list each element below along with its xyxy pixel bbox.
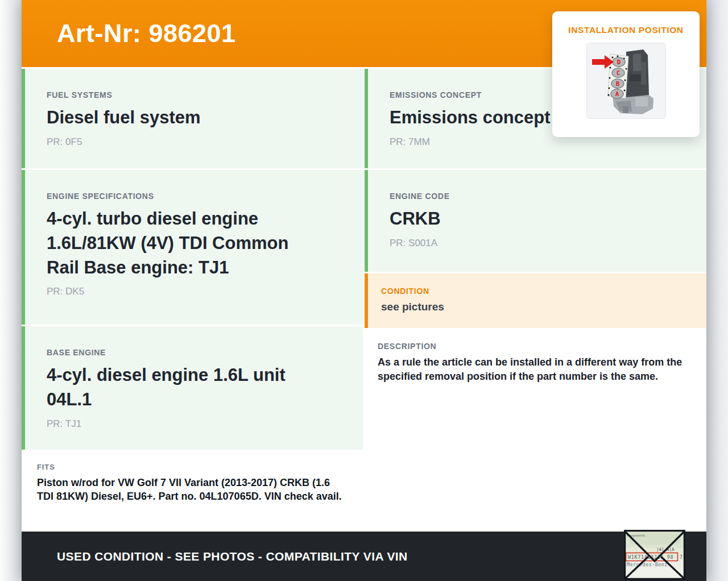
card-base-engine: BASE ENGINE 4-cyl. diesel engine 1.6L un… [22, 326, 363, 450]
footer-banner: USED CONDITION - SEE PHOTOS - COMPATIBIL… [22, 532, 706, 581]
article-number-title: Art-Nr: 986201 [57, 19, 236, 48]
fits-text: Piston w/rod for VW Golf 7 VII Variant (… [37, 476, 349, 504]
engine-specifications-pr-code: PR: DK5 [47, 286, 347, 297]
fits-label: FITS [37, 463, 349, 471]
vin-code-suffix: 7 [680, 554, 682, 560]
engine-specifications-label: ENGINE SPECIFICATIONS [47, 192, 347, 201]
base-engine-pr-code: PR: TJ1 [47, 418, 347, 430]
cylinder-label-c: C [616, 69, 620, 77]
fuel-systems-label: FUEL SYSTEMS [47, 90, 347, 99]
description-section: DESCRIPTION As a rule the article can be… [365, 336, 706, 384]
description-text: As a rule the article can be installed i… [378, 355, 689, 384]
card-engine-code: ENGINE CODE CRKB PR: S001A [365, 170, 706, 272]
description-label: DESCRIPTION [378, 342, 689, 351]
card-engine-specifications: ENGINE SPECIFICATIONS 4-cyl. turbo diese… [22, 170, 363, 325]
vin-plate-image: Fahrgestell-Nr. |4| A|A W1K71463J31 98 7… [624, 530, 685, 580]
engine-image-frame: D C B A [586, 43, 666, 119]
base-engine-label: BASE ENGINE [47, 348, 347, 357]
card-fits: FITS Piston w/rod for VW Golf 7 VII Vari… [22, 451, 363, 532]
installation-position-label: INSTALLATION POSITION [552, 25, 700, 35]
installation-position-card: INSTALLATION POSITION [552, 11, 700, 137]
emissions-concept-pr-code: PR: 7MM [390, 136, 690, 148]
fuel-systems-pr-code: PR: 0F5 [47, 136, 347, 148]
page: Art-Nr: 986201 FUEL SYSTEMS Diesel fuel … [0, 0, 728, 581]
cylinder-label-b: B [615, 80, 619, 88]
engine-image: D C B A [591, 45, 661, 117]
base-engine-value: 4-cyl. diesel engine 1.6L unit 04L.1 [47, 363, 314, 412]
condition-value: see pictures [381, 301, 695, 313]
vin-brand: Mercedes-Benz [627, 562, 668, 567]
card-condition: CONDITION see pictures [365, 273, 706, 328]
engine-specifications-value: 4-cyl. turbo diesel engine 1.6L/81KW (4V… [47, 207, 314, 280]
cylinder-label-a: A [615, 90, 619, 98]
listing-sheet: Art-Nr: 986201 FUEL SYSTEMS Diesel fuel … [22, 0, 706, 581]
envelope-icon: Fahrgestell-Nr. |4| A|A W1K71463J31 98 7… [624, 530, 685, 580]
condition-label: CONDITION [381, 287, 695, 296]
card-fuel-systems: FUEL SYSTEMS Diesel fuel system PR: 0F5 [22, 69, 363, 168]
engine-code-value: CRKB [390, 207, 682, 231]
engine-code-label: ENGINE CODE [390, 192, 690, 201]
engine-code-pr-code: PR: S001A [390, 238, 690, 249]
footer-banner-text: USED CONDITION - SEE PHOTOS - COMPATIBIL… [57, 550, 408, 563]
fuel-systems-value: Diesel fuel system [47, 106, 340, 130]
cylinder-label-d: D [617, 59, 621, 66]
